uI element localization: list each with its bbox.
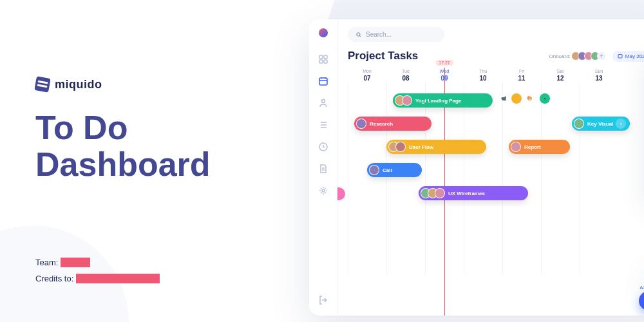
expand-icon[interactable]: ›	[616, 118, 626, 129]
task-report[interactable]: Report	[509, 140, 570, 154]
page-title: Project Tasks	[348, 50, 418, 62]
active-day: Wed09	[425, 68, 464, 83]
add-new-section: Add new +	[639, 285, 644, 310]
drive-icon[interactable]	[511, 93, 522, 104]
onboard-section: Onboard: +	[549, 52, 606, 61]
onboard-avatars[interactable]: +	[574, 52, 606, 61]
exit-icon[interactable]	[318, 295, 328, 305]
dashboard-icon[interactable]	[318, 54, 328, 64]
headline: To Do Dashboard	[35, 109, 211, 183]
svg-rect-0	[319, 55, 323, 59]
now-time-badge: 17:27	[435, 60, 453, 66]
gear-icon[interactable]	[318, 185, 328, 196]
brand-name: miquido	[55, 78, 102, 91]
search-input[interactable]: Search...	[348, 27, 444, 42]
list-icon[interactable]	[318, 120, 328, 130]
task-call[interactable]: Call	[367, 163, 422, 177]
meet-icon[interactable]: 📹	[498, 93, 509, 104]
brand: miquido	[35, 77, 211, 91]
task-research[interactable]: Research	[354, 117, 431, 131]
avatar	[369, 165, 379, 175]
document-icon[interactable]	[318, 164, 328, 174]
sidebar	[309, 19, 337, 316]
day-headers: Mon07 Tue08 Wed09 Thu10 Fri11 Sat12 Sun1…	[348, 68, 644, 83]
credits-link[interactable]: @boguslaw_podhalicz	[76, 274, 160, 283]
avatar	[574, 118, 584, 129]
timeline: 17:27 Mon07 Tue08 Wed09 Thu10 Fri11 Sat1…	[348, 68, 644, 203]
figma-icon[interactable]: 🎨	[524, 93, 535, 104]
svg-rect-1	[324, 55, 327, 59]
avatar	[402, 95, 412, 106]
svg-rect-2	[319, 60, 323, 63]
svg-point-5	[321, 100, 325, 103]
main-content: Search... Project Tasks Onboard: + May 2…	[337, 19, 644, 316]
promo-text: miquido To Do Dashboard	[35, 77, 211, 183]
svg-point-7	[322, 189, 325, 192]
brand-logo-icon	[34, 76, 50, 92]
svg-rect-4	[319, 78, 327, 85]
app-logo-icon	[319, 28, 328, 37]
task-keyvisual[interactable]: Key Visual ›	[572, 117, 630, 131]
task-yogi[interactable]: Yogi Landing Page	[393, 93, 493, 108]
team-link[interactable]: Miquido	[61, 258, 90, 267]
svg-rect-9	[618, 55, 622, 59]
expand-left-icon[interactable]: ‹	[540, 93, 550, 104]
credits: Team: Miquido Credits to: @boguslaw_podh…	[35, 258, 160, 290]
date-picker[interactable]: May 2021	[612, 51, 644, 62]
calendar-small-icon	[618, 53, 623, 59]
users-icon[interactable]	[318, 98, 328, 108]
search-icon	[355, 32, 362, 38]
avatar	[356, 118, 366, 129]
app-window: Search... Project Tasks Onboard: + May 2…	[309, 19, 644, 316]
svg-point-8	[357, 32, 360, 35]
svg-rect-3	[324, 60, 327, 63]
avatar	[435, 188, 445, 198]
task-sliver[interactable]	[337, 187, 345, 200]
add-task-button[interactable]: +	[639, 291, 644, 310]
add-member-button[interactable]: +	[597, 52, 606, 61]
avatar	[395, 142, 406, 152]
avatar	[511, 142, 521, 152]
clock-icon[interactable]	[318, 142, 328, 152]
task-userflow[interactable]: User Flow	[386, 140, 486, 154]
calendar-icon[interactable]	[318, 76, 328, 86]
task-uxwireframes[interactable]: UX Wireframes	[419, 186, 528, 200]
